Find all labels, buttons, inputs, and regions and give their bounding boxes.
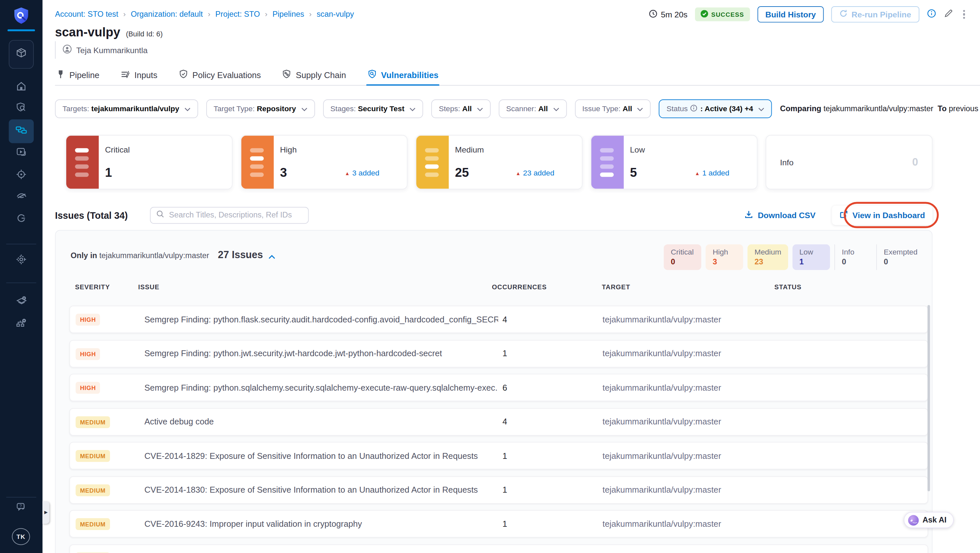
ai-sparkle-icon: ◕‿ [908,515,919,525]
sidebar-item-scans[interactable] [0,103,43,114]
author-name: Teja Kummarikuntla [76,45,148,55]
sidebar-item-getting-started[interactable] [0,214,43,225]
tab-bar: Pipeline Inputs Policy Evaluations Suppl… [55,65,980,86]
occurrences-value: 6 [498,383,603,392]
clock-icon [649,9,658,20]
breadcrumb-separator: › [309,10,312,19]
issue-row[interactable]: MEDIUM CVE-2014-1830: Exposure of Sensit… [70,476,928,504]
sidebar-item-exemptions[interactable] [0,191,43,202]
target-value: tejakummarikuntla/vulpy:master [603,383,781,392]
vertical-scrollbar[interactable] [928,305,930,491]
chevron-down-icon [758,104,765,113]
rerun-pipeline-button[interactable]: Re-run Pipeline [831,6,919,23]
pill-low[interactable]: Low1 [792,244,830,270]
issue-title: CVE-2014-1830: Exposure of Sensitive Inf… [144,485,498,494]
issue-row[interactable]: MEDIUM CVE-2014-1829: Exposure of Sensit… [70,442,928,469]
shield-check-icon [179,70,188,81]
severity-card-high[interactable]: High 3 ▲3 added [241,135,408,189]
sto-logo[interactable] [0,6,43,29]
sidebar-item-executions[interactable] [0,148,43,159]
breadcrumb-organization[interactable]: Organization: default [131,10,203,19]
more-options-icon[interactable] [961,8,967,20]
severity-card-low[interactable]: Low 5 ▲1 added [591,135,757,189]
sidebar-item-targets[interactable] [0,170,43,181]
filter-target-type[interactable]: Target Type: Repository [206,99,315,118]
pill-critical[interactable]: Critical0 [664,244,701,270]
breadcrumb-separator: › [208,10,210,19]
tab-vulnerabilities[interactable]: Vulnerabilities [366,65,439,85]
issue-title: Semgrep Finding: python.sqlalchemy.secur… [144,383,498,392]
author-row: Teja Kummarikuntla [55,41,148,59]
edit-pencil-icon[interactable] [943,8,953,20]
filter-issue-type[interactable]: Issue Type: All [574,99,651,118]
issue-row[interactable]: MEDIUM [70,544,928,553]
pill-high[interactable]: High3 [706,244,743,270]
issue-row[interactable]: HIGH Semgrep Finding: python.jwt.securit… [70,340,928,367]
filter-targets[interactable]: Targets: tejakummarikuntla/vulpy [55,99,198,118]
breadcrumb-project[interactable]: Project: STO [215,10,260,19]
sidebar-item-help-chat[interactable]: ? [0,502,43,514]
sidebar-item-pipelines-active[interactable] [9,119,34,143]
filter-steps[interactable]: Steps: All [431,99,490,118]
col-severity: SEVERITY [75,283,138,291]
breadcrumb-account[interactable]: Account: STO test [55,10,118,19]
issue-row[interactable]: HIGH Semgrep Finding: python.sqlalchemy.… [70,374,928,402]
occurrences-value: 4 [498,417,603,426]
severity-badge: MEDIUM [76,416,110,428]
breadcrumb-pipelines[interactable]: Pipelines [272,10,304,19]
sidebar-item-org-settings[interactable] [0,319,43,330]
severity-badge: HIGH [76,314,100,326]
sidebar-expand-handle[interactable]: ▶ [43,501,49,524]
target-value: tejakummarikuntla/vulpy:master [603,315,781,324]
chevron-down-icon [301,104,307,113]
tab-pipeline[interactable]: Pipeline [55,65,101,85]
severity-card-critical[interactable]: Critical 1 [65,135,232,189]
breadcrumb-separator: › [123,10,126,19]
build-history-button[interactable]: Build History [757,6,824,23]
power-circle-icon [16,213,27,226]
issue-title: Active debug code [144,417,498,426]
chevron-down-icon [409,104,415,113]
issue-row[interactable]: HIGH Semgrep Finding: python.flask.secur… [70,306,928,333]
low-bar-icon [591,136,624,189]
occurrences-value: 1 [498,519,603,529]
pill-exempted[interactable]: Exempted0 [877,244,924,270]
sidebar-item-home[interactable] [0,82,43,93]
issues-toolbar: Issues (Total 34) Download CSV View in D… [55,205,932,225]
issues-search[interactable] [150,207,309,223]
module-selector[interactable] [9,40,34,69]
chevron-down-icon [553,104,559,113]
table-header: SEVERITY ISSUE OCCURRENCES TARGET STATUS [75,283,926,291]
user-avatar[interactable]: TK [12,528,30,545]
severity-card-medium[interactable]: Medium 25 ▲23 added [415,135,582,189]
target-value: tejakummarikuntla/vulpy:master [603,485,781,494]
issue-row[interactable]: MEDIUM Active debug code 4 tejakummariku… [70,408,928,435]
pill-info[interactable]: Info0 [834,244,872,270]
gear-icon [16,254,27,268]
filter-status[interactable]: Status : Active (34) +4 [659,99,772,118]
breadcrumb-current[interactable]: scan-vulpy [317,10,354,19]
view-in-dashboard-button[interactable]: View in Dashboard [832,205,932,225]
download-csv-button[interactable]: Download CSV [745,210,815,220]
col-target: TARGET [596,283,774,291]
tab-policy-evaluations[interactable]: Policy Evaluations [177,65,262,85]
tab-inputs[interactable]: Inputs [119,65,159,85]
sidebar-item-default-settings[interactable] [0,296,43,307]
sidebar-item-settings[interactable] [0,255,43,266]
search-input[interactable] [169,211,303,219]
filter-stages[interactable]: Stages: Security Test [323,99,423,118]
build-id-label: (Build Id: 6) [126,30,163,37]
topbar-actions: 5m 20s SUCCESS Build History Re-run Pipe… [649,6,967,23]
pill-medium[interactable]: Medium23 [748,244,788,270]
check-circle-icon [700,10,708,19]
breadcrumb-separator: › [265,10,267,19]
triangle-up-icon: ▲ [345,170,350,176]
tab-supply-chain[interactable]: Supply Chain [281,65,347,85]
chevron-down-icon [185,104,191,113]
filter-scanner[interactable]: Scanner: All [498,99,566,118]
info-icon[interactable] [927,8,936,20]
issue-row[interactable]: MEDIUM CVE-2016-9243: Improper input val… [70,510,928,537]
severity-card-info[interactable]: Info 0 [765,135,932,189]
ask-ai-button[interactable]: ◕‿ Ask AI [904,512,954,528]
chevron-up-icon[interactable] [268,251,275,262]
